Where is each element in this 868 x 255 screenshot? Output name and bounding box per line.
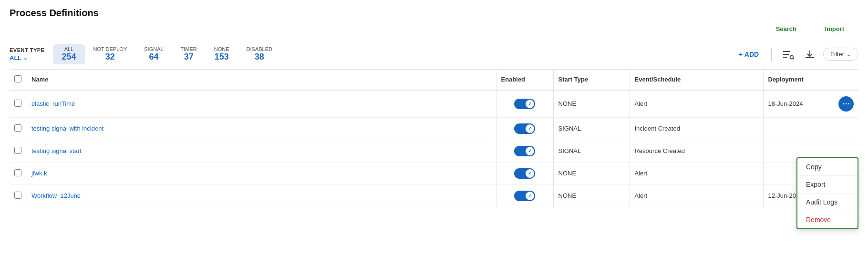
enabled-toggle[interactable]: ✓ bbox=[514, 146, 535, 156]
table-row: jfwk k ✓ NONE Alert bbox=[10, 162, 858, 184]
table-row: testing signal with incident ✓ SIGNAL In… bbox=[10, 117, 858, 140]
row-name-cell: elastic_runTime bbox=[27, 90, 496, 118]
row-name-cell: Workflow_12June bbox=[27, 184, 496, 207]
row-checkbox[interactable] bbox=[14, 124, 21, 132]
context-menu: Copy Export Audit Logs Remove bbox=[796, 157, 858, 229]
row-enabled-cell: ✓ bbox=[496, 90, 553, 118]
enabled-toggle[interactable]: ✓ bbox=[514, 123, 535, 134]
event-type-label: EVENT TYPE bbox=[10, 47, 44, 53]
context-menu-item-remove[interactable]: Remove bbox=[797, 211, 858, 228]
event-tab-timer-label: TIMER bbox=[181, 46, 197, 52]
table-row: elastic_runTime ✓ NONE Alert 18-Jun-2 bbox=[10, 90, 858, 118]
event-tab-disabled-label: DISABLED bbox=[247, 46, 272, 52]
process-name-link[interactable]: jfwk k bbox=[31, 170, 47, 177]
row-enabled-cell: ✓ bbox=[496, 162, 553, 184]
enabled-toggle[interactable]: ✓ bbox=[514, 168, 535, 179]
event-tab-disabled-count: 38 bbox=[255, 52, 264, 62]
toggle-thumb: ✓ bbox=[526, 100, 534, 108]
filter-label: Filter bbox=[830, 51, 844, 58]
row-starttype-cell: NONE bbox=[553, 162, 630, 184]
event-tab-all-label: ALL bbox=[64, 46, 74, 52]
enabled-toggle[interactable]: ✓ bbox=[514, 191, 535, 201]
col-header-event: Event/Schedule bbox=[630, 70, 763, 90]
event-tab-signal[interactable]: SIGNAL 64 bbox=[135, 44, 172, 64]
row-checkbox[interactable] bbox=[14, 100, 21, 107]
context-menu-item-audit-logs[interactable]: Audit Logs bbox=[797, 194, 858, 211]
more-options-button[interactable]: ⋯ bbox=[838, 96, 854, 112]
import-button[interactable] bbox=[801, 46, 818, 62]
chevron-down-icon: ⌄ bbox=[23, 55, 27, 61]
deployment-date: 12-Jun-202 bbox=[768, 192, 800, 199]
annotations-row: Search Import bbox=[10, 25, 858, 40]
row-checkbox[interactable] bbox=[14, 192, 21, 199]
process-name-link[interactable]: elastic_runTime bbox=[31, 100, 75, 107]
toggle-thumb: ✓ bbox=[526, 192, 534, 200]
row-enabled-cell: ✓ bbox=[496, 117, 553, 140]
event-tab-signal-label: SIGNAL bbox=[144, 46, 163, 52]
enabled-toggle[interactable]: ✓ bbox=[514, 99, 535, 109]
event-tab-signal-count: 64 bbox=[149, 52, 158, 62]
process-name-link[interactable]: testing signal with incident bbox=[31, 125, 103, 132]
event-tab-none-label: NONE bbox=[214, 46, 229, 52]
context-menu-item-copy[interactable]: Copy bbox=[797, 158, 858, 176]
row-enabled-cell: ✓ bbox=[496, 184, 553, 207]
deployment-cell: 18-Jun-2024 ⋯ bbox=[768, 96, 854, 112]
event-tab-not-deploy[interactable]: NOT DEPLOY 32 bbox=[85, 44, 136, 64]
table-row: testing signal start ✓ SIGNAL Resource C… bbox=[10, 140, 858, 162]
context-menu-item-export[interactable]: Export bbox=[797, 176, 858, 194]
search-annotation: Search bbox=[776, 25, 796, 32]
row-name-cell: testing signal start bbox=[27, 140, 496, 162]
add-button[interactable]: + ADD bbox=[734, 48, 764, 61]
row-checkbox[interactable] bbox=[14, 169, 21, 176]
row-starttype-cell: NONE bbox=[553, 90, 630, 118]
table-row: Workflow_12June ✓ NONE Alert 12-Jun-202 bbox=[10, 184, 858, 207]
event-tab-disabled[interactable]: DISABLED 38 bbox=[238, 44, 281, 64]
toolbar-divider bbox=[771, 48, 772, 61]
row-deployment-cell: 18-Jun-2024 ⋯ bbox=[763, 90, 858, 118]
toggle-thumb: ✓ bbox=[526, 124, 534, 133]
search-icon-button[interactable] bbox=[779, 46, 796, 62]
toolbar-actions: + ADD Fi bbox=[734, 46, 858, 62]
col-header-name: Name bbox=[27, 70, 496, 90]
col-header-checkbox bbox=[10, 70, 27, 90]
select-all-checkbox[interactable] bbox=[14, 75, 21, 82]
row-event-cell: Alert bbox=[630, 162, 763, 184]
event-tab-timer-count: 37 bbox=[184, 52, 194, 62]
process-name-link[interactable]: testing signal start bbox=[31, 147, 82, 154]
import-icon bbox=[804, 49, 816, 60]
event-tab-all[interactable]: ALL 254 bbox=[53, 44, 84, 64]
event-tab-not-deploy-count: 32 bbox=[105, 52, 115, 62]
col-header-starttype: Start Type bbox=[553, 70, 630, 90]
event-type-selected: ALL bbox=[10, 54, 21, 61]
row-event-cell: Alert bbox=[630, 90, 763, 118]
row-checkbox-cell bbox=[10, 90, 27, 118]
svg-line-4 bbox=[793, 58, 794, 59]
row-checkbox-cell bbox=[10, 162, 27, 184]
row-enabled-cell: ✓ bbox=[496, 140, 553, 162]
event-tab-not-deploy-label: NOT DEPLOY bbox=[93, 46, 127, 52]
row-starttype-cell: SIGNAL bbox=[553, 140, 630, 162]
search-filter-icon bbox=[782, 49, 794, 60]
row-event-cell: Incident Created bbox=[630, 117, 763, 140]
row-deployment-cell bbox=[763, 117, 858, 140]
event-tab-none[interactable]: NONE 153 bbox=[206, 44, 238, 64]
col-header-enabled: Enabled bbox=[496, 70, 553, 90]
row-checkbox[interactable] bbox=[14, 147, 21, 154]
row-starttype-cell: NONE bbox=[553, 184, 630, 207]
row-checkbox-cell bbox=[10, 140, 27, 162]
row-event-cell: Resource Created bbox=[630, 140, 763, 162]
filter-button[interactable]: Filter ⌄ bbox=[823, 48, 858, 61]
process-name-link[interactable]: Workflow_12June bbox=[31, 192, 81, 199]
row-checkbox-cell bbox=[10, 117, 27, 140]
page-container: Process Definitions Search Import EVENT … bbox=[0, 0, 868, 255]
toggle-thumb: ✓ bbox=[526, 147, 534, 155]
row-starttype-cell: SIGNAL bbox=[553, 117, 630, 140]
event-tabs: ALL 254 NOT DEPLOY 32 SIGNAL 64 TIMER 37… bbox=[53, 44, 734, 64]
event-type-dropdown[interactable]: ALL ⌄ bbox=[10, 54, 44, 61]
event-tab-none-count: 153 bbox=[215, 52, 229, 62]
row-event-cell: Alert bbox=[630, 184, 763, 207]
toolbar: EVENT TYPE ALL ⌄ ALL 254 NOT DEPLOY 32 S… bbox=[10, 40, 858, 70]
row-name-cell: jfwk k bbox=[27, 162, 496, 184]
event-tab-timer[interactable]: TIMER 37 bbox=[172, 44, 206, 64]
toggle-thumb: ✓ bbox=[526, 169, 534, 178]
